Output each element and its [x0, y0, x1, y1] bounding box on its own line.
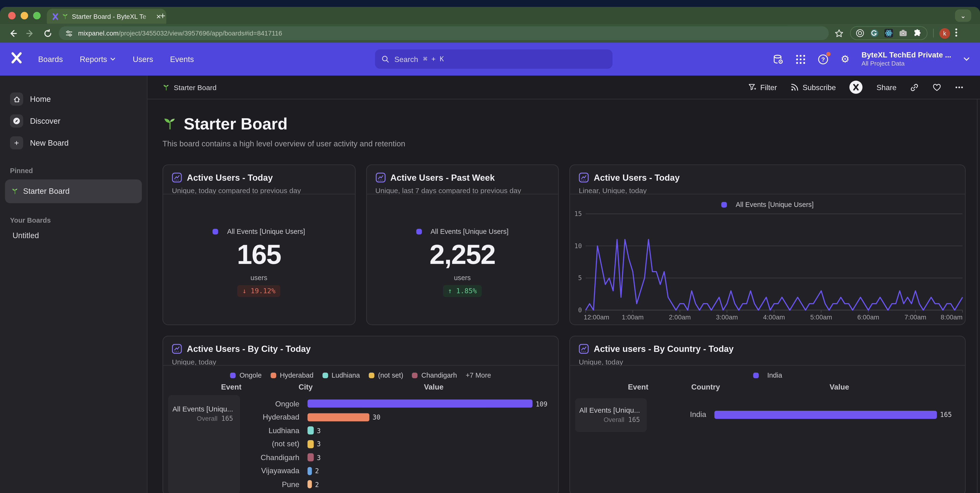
bar[interactable]	[714, 410, 937, 418]
browser-menu-icon[interactable]	[955, 27, 957, 39]
legend: All Events [Unique Users]	[366, 227, 558, 235]
nav-right-cluster: ? ⚙ ByteXL TechEd Private ... All Projec…	[772, 43, 970, 76]
desktop-background	[0, 0, 980, 7]
browser-window: Starter Board - ByteXL Te ✕ + ⌄ mixpanel…	[0, 7, 980, 493]
legend-swatch	[753, 372, 759, 378]
grammarly-extension-icon[interactable]	[870, 29, 879, 38]
card-active-users-line-chart[interactable]: Active Users - Today Linear, Unique, tod…	[570, 164, 966, 325]
svg-text:1:00am: 1:00am	[622, 313, 644, 321]
apps-grid-icon[interactable]	[796, 54, 806, 64]
new-tab-button[interactable]: +	[160, 10, 165, 21]
bar-row[interactable]: India165	[570, 406, 960, 423]
bar[interactable]	[307, 467, 312, 475]
bar-category-label: (not set)	[163, 440, 307, 448]
data-management-icon[interactable]	[772, 53, 784, 65]
board-actions: Filter Subscribe Share •••	[748, 81, 964, 94]
card-active-users-by-city[interactable]: Active Users - By City - Today Unique, t…	[162, 336, 559, 493]
subscribe-button[interactable]: Subscribe	[791, 83, 836, 92]
legend-label: Ongole	[240, 371, 262, 379]
bar-row[interactable]: Vijayawada2	[163, 464, 553, 477]
board-title-row: Starter Board	[162, 114, 980, 134]
share-button[interactable]: Share	[877, 83, 897, 92]
bar-category-label: Vijayawada	[163, 466, 307, 476]
address-bar[interactable]: mixpanel.com/project/3455032/view/395769…	[59, 26, 829, 40]
sidebar-item-home[interactable]: Home	[5, 88, 142, 110]
bar[interactable]	[307, 413, 369, 421]
close-window-button[interactable]	[8, 12, 16, 19]
mixpanel-logo[interactable]	[11, 52, 23, 66]
forward-button[interactable]	[26, 29, 35, 38]
bar-row[interactable]: Mathura	[163, 491, 553, 493]
bar[interactable]	[307, 426, 313, 434]
bar[interactable]	[307, 399, 533, 408]
nav-item-reports[interactable]: Reports	[80, 55, 116, 64]
chart-icon	[579, 344, 589, 354]
card-active-users-today[interactable]: Active Users - Today Unique, today compa…	[162, 164, 355, 325]
bar-row[interactable]: Hyderabad30	[163, 410, 553, 424]
legend-item[interactable]: Hyderabad	[270, 371, 313, 379]
bar-row[interactable]: Ongole109	[163, 397, 553, 410]
nav-item-users[interactable]: Users	[133, 55, 153, 64]
bar-row[interactable]: Ludhiana3	[163, 424, 553, 437]
legend-item[interactable]: Ongole	[230, 371, 262, 379]
minimize-window-button[interactable]	[21, 12, 28, 19]
bar[interactable]	[307, 480, 312, 488]
line-chart[interactable]: 05101512:00am1:00am2:00am3:00am4:00am5:0…	[570, 165, 966, 325]
bar-value: 3	[317, 427, 321, 434]
page-title: Starter Board	[184, 114, 288, 134]
arrow-down-icon: ↓	[242, 287, 247, 295]
screenshot-extension-icon[interactable]	[899, 29, 908, 38]
nav-item-boards[interactable]: Boards	[38, 55, 63, 64]
sidebar-item-discover[interactable]: Discover	[5, 110, 142, 132]
settings-gear-icon[interactable]: ⚙	[841, 53, 850, 65]
bar-row[interactable]: Chandigarh3	[163, 451, 553, 464]
card-active-users-by-country[interactable]: Active users - By Country - Today Unique…	[570, 336, 966, 493]
bar[interactable]	[307, 440, 313, 448]
bookmark-star-icon[interactable]	[834, 29, 844, 38]
svg-text:7:00am: 7:00am	[904, 313, 926, 321]
favorite-heart-icon[interactable]	[933, 83, 942, 92]
bar-category-label: Hyderabad	[163, 413, 307, 421]
bar-value: 30	[372, 413, 380, 421]
board-scroll-area[interactable]: Starter Board This board contains a high…	[148, 99, 980, 493]
card-active-users-past-week[interactable]: Active Users - Past Week Unique, last 7 …	[366, 164, 558, 325]
sidebar-section-pinned: Pinned	[10, 167, 137, 174]
toolbar-separator	[933, 29, 934, 38]
orbit-extension-icon[interactable]	[856, 29, 864, 38]
sidebar-item-untitled[interactable]: Untitled	[13, 229, 137, 243]
svg-text:5: 5	[578, 274, 582, 281]
browser-tab[interactable]: Starter Board - ByteXL Te ✕	[47, 9, 166, 24]
site-settings-icon[interactable]	[65, 29, 73, 37]
legend-label: Chandigarh	[422, 371, 457, 379]
browser-profile-avatar[interactable]: k	[940, 28, 950, 39]
board-owner-avatar[interactable]	[850, 81, 863, 94]
legend-item[interactable]: Ludhiana	[322, 371, 360, 379]
zoom-window-button[interactable]	[33, 12, 40, 19]
tab-search-button[interactable]: ⌄	[955, 9, 971, 22]
nav-item-events[interactable]: Events	[170, 55, 194, 64]
more-options-icon[interactable]: •••	[955, 84, 964, 91]
project-chevron-icon[interactable]	[963, 56, 970, 62]
bar-row[interactable]: Pune2	[163, 478, 553, 491]
bar[interactable]	[307, 453, 313, 461]
extensions-puzzle-icon[interactable]	[913, 29, 922, 38]
search-input[interactable]: Search ⌘ + K	[375, 49, 612, 68]
legend-more-button[interactable]: +7 More	[466, 371, 491, 379]
project-switcher[interactable]: ByteXL TechEd Private ... All Project Da…	[862, 51, 951, 68]
reload-button[interactable]	[43, 29, 52, 38]
seedling-icon	[162, 116, 178, 131]
legend-item[interactable]: (not set)	[369, 371, 403, 379]
compass-icon	[10, 115, 23, 127]
sidebar-item-starter-board[interactable]: Starter Board	[5, 180, 142, 204]
card-title: Active users - By Country - Today	[594, 344, 733, 354]
breadcrumb[interactable]: Starter Board	[162, 83, 216, 91]
bar-row[interactable]: (not set)3	[163, 437, 553, 450]
back-button[interactable]	[8, 29, 18, 38]
react-devtools-extension-icon[interactable]	[885, 29, 893, 38]
svg-text:0: 0	[578, 307, 582, 314]
copy-link-icon[interactable]	[910, 83, 919, 92]
sidebar-item-new-board[interactable]: + New Board	[5, 132, 142, 154]
help-icon[interactable]: ?	[818, 53, 829, 65]
legend-item[interactable]: Chandigarh	[412, 371, 457, 379]
filter-button[interactable]: Filter	[748, 83, 777, 92]
